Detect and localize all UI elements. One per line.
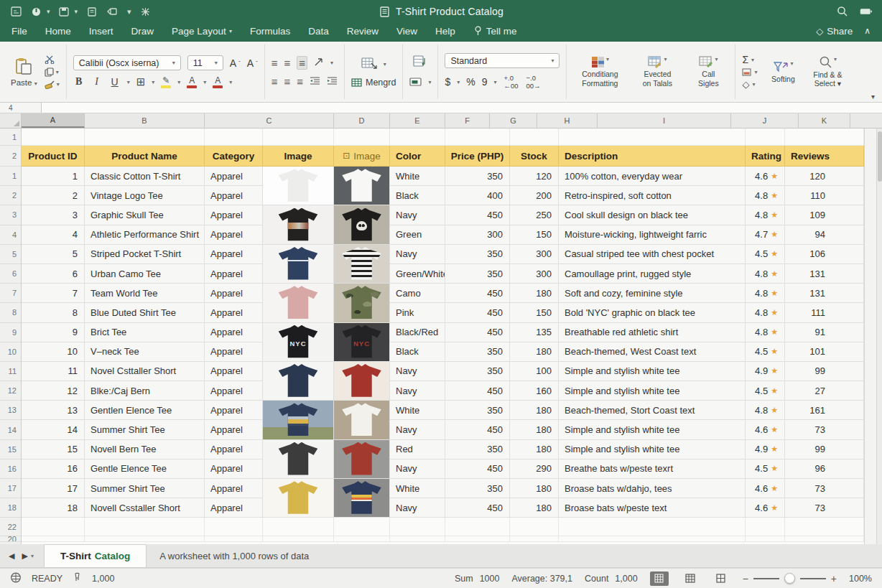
row-number[interactable]: 10 [0,342,21,362]
image-cell-left[interactable] [263,401,334,439]
cell-color[interactable]: Navy [390,459,445,479]
cell-description[interactable]: Beach-themed, West Coast text [559,342,746,362]
cell-description[interactable]: Beach-themed, Stort Coast text [559,401,746,420]
undo-icon[interactable] [106,6,118,17]
menu-formulas[interactable]: Formulas [250,26,290,37]
header-cell-product-name[interactable]: Product Name [85,146,205,167]
empty-cell[interactable] [785,129,864,146]
cell-styles-button[interactable]: ▾ CallSigles [688,56,728,87]
cell-price[interactable]: 350 [445,264,510,284]
print-icon[interactable] [85,6,98,17]
cell-price[interactable]: 450 [445,498,510,518]
cell-product-id[interactable]: 4 [22,225,85,245]
empty-cell[interactable] [334,129,390,146]
cell-rating[interactable]: 4.5★ [746,342,785,362]
empty-cell[interactable] [559,129,746,146]
cell-price[interactable]: 450 [445,420,510,439]
align-middle-button[interactable]: ≡ [284,57,290,69]
empty-cell[interactable] [22,518,85,536]
product-image[interactable] [276,247,320,281]
cell-product-id[interactable]: 13 [22,401,85,420]
wrap-text-button[interactable] [413,55,427,71]
normal-view-button[interactable] [650,571,669,586]
empty-cell[interactable] [559,518,746,536]
image-cell-left[interactable] [263,362,334,401]
cell-reviews[interactable]: 131 [785,284,864,303]
cell-category[interactable]: Apparel [205,245,263,264]
autosave-icon[interactable] [30,6,42,17]
cell-stock[interactable]: 100 [510,362,559,381]
save-icon[interactable] [58,6,70,17]
cell-stock[interactable]: 200 [510,186,559,205]
autosum-button[interactable]: Σ▾ [742,54,757,65]
image-cell-left[interactable] [263,479,334,518]
cell-category[interactable]: Apparel [205,186,263,205]
sort-filter-button[interactable]: ▾ Softing [764,60,802,83]
header-cell-description[interactable]: Description [559,146,746,167]
cell-color[interactable]: Black/Red [390,323,445,342]
cell-reviews[interactable]: 106 [785,245,864,264]
vertical-scrollbar[interactable] [876,129,882,544]
cell-price[interactable]: 450 [445,381,510,401]
font-name-select[interactable]: Calibii (Oscx iserna)▾ [73,55,181,70]
header-cell-rating[interactable]: Rating [746,146,785,167]
cell-reviews[interactable]: 109 [785,205,864,225]
empty-cell[interactable] [22,536,85,542]
cell-rating[interactable]: 4.8★ [746,401,785,420]
row-number[interactable]: 18 [0,498,21,518]
empty-cell[interactable] [746,518,785,536]
cut-button[interactable] [45,55,60,64]
number-format-select[interactable]: Standard▾ [445,53,560,68]
increase-decimal-button[interactable]: +.0←00 [503,73,519,90]
image-cell-right[interactable]: NYC [334,323,390,362]
cell-rating[interactable]: 4.8★ [746,303,785,322]
increase-font-button[interactable]: Aˆ [230,57,241,69]
row-number[interactable]: 12 [0,381,21,401]
cell-stock[interactable]: 250 [510,205,559,225]
page-break-view-button[interactable] [712,571,730,586]
cell-product-id[interactable]: 15 [22,440,85,459]
cell-color[interactable]: Navy [390,362,445,381]
cell-price[interactable]: 350 [445,167,510,186]
cell-stock[interactable]: 180 [510,440,559,459]
decrease-font-button[interactable]: Aˇ [247,57,258,69]
cell-product-name[interactable]: Urban Camo Tee [85,264,205,284]
cell-product-name[interactable]: Summer Shirt Tee [85,479,205,498]
image-cell-right[interactable] [334,167,390,205]
row-number[interactable]: 4 [0,225,21,245]
menu-view[interactable]: View [396,26,417,37]
cell-reviews[interactable]: 111 [785,303,864,322]
column-header-F[interactable]: F [445,113,490,128]
column-header-B[interactable]: B [85,113,205,128]
cell-rating[interactable]: 4.6★ [746,498,785,518]
empty-cell[interactable] [445,518,510,536]
cell-description[interactable]: 100% cotton, everyday wear [559,167,746,186]
zoom-out-button[interactable]: − [743,573,748,584]
decrease-decimal-button[interactable]: −.000→ [526,73,542,90]
highlight-color-button[interactable]: ✎ [161,76,171,88]
menu-help[interactable]: Help [435,26,455,37]
cell-color[interactable]: Pink [390,303,445,322]
empty-cell[interactable] [205,536,263,542]
cell-product-id[interactable]: 2 [22,186,85,205]
image-cell-right[interactable] [334,245,390,284]
underline-button[interactable]: U [109,76,121,88]
menu-data[interactable]: Data [308,26,329,37]
cell-category[interactable]: Apparel [205,225,263,245]
cell-rating[interactable]: 4.5★ [746,459,785,479]
cell-color[interactable]: Navy [390,205,445,225]
product-image[interactable] [340,169,384,202]
cell-color[interactable]: Green [390,225,445,245]
product-image[interactable] [340,481,384,515]
product-image[interactable] [276,286,320,319]
conditional-formatting-button[interactable]: ▾ ConditiangFormatting [573,56,626,87]
copy-button[interactable]: ▾ [45,67,60,77]
cell-rating[interactable]: 4.8★ [746,205,785,225]
empty-cell[interactable] [510,536,559,542]
product-image[interactable] [340,247,384,281]
font-color-button[interactable]: A [187,76,197,88]
formula-input[interactable] [42,103,882,113]
cell-reviews[interactable]: 73 [785,479,864,498]
cell-price[interactable]: 350 [445,342,510,362]
bold-button[interactable]: B [73,76,85,88]
